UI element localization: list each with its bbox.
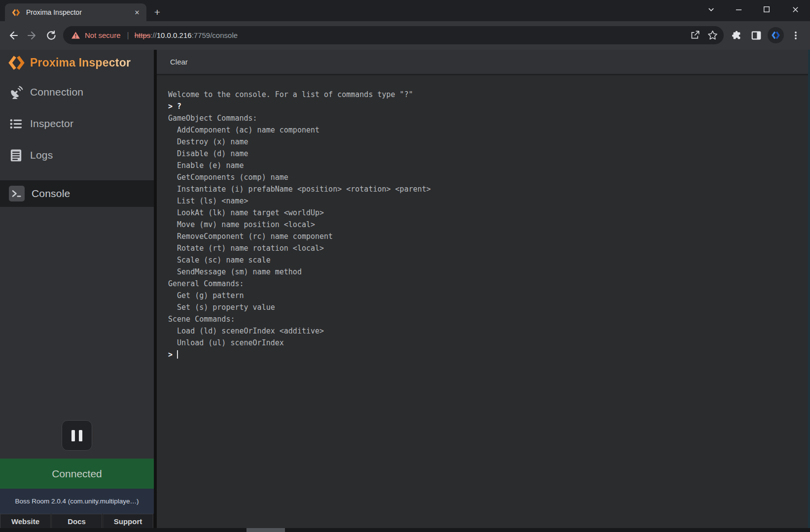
sidebar-item-label: Console xyxy=(32,188,70,200)
project-info-bar: Boss Room 2.0.4 (com.unity.multiplaye…) xyxy=(0,489,154,514)
console-output-line: Unload (ul) sceneOrIndex xyxy=(168,337,801,349)
app-logo: Proxima Inspector xyxy=(8,54,131,71)
console-output-line: Move (mv) name position <local> xyxy=(168,219,801,231)
sidebar: Proxima Inspector Connection xyxy=(0,50,154,532)
not-secure-label: Not secure xyxy=(85,31,121,39)
profile-avatar[interactable] xyxy=(768,27,784,43)
url-host: 10.0.0.216 xyxy=(157,31,192,39)
address-bar[interactable]: Not secure | https://10.0.0.216:7759/con… xyxy=(63,26,724,44)
horizontal-scrollbar-thumb[interactable] xyxy=(247,528,285,532)
sidebar-item-label: Logs xyxy=(30,149,53,161)
sidebar-item-label: Connection xyxy=(30,86,83,98)
console-output-line: List (ls) <name> xyxy=(168,195,801,207)
extensions-puzzle-icon[interactable] xyxy=(729,28,744,43)
not-secure-warning-icon xyxy=(71,31,80,39)
console-output-line: Disable (d) name xyxy=(168,148,801,160)
console-toolbar: Clear xyxy=(157,50,810,75)
tab-strip: Proxima Inspector ✕ + xyxy=(0,0,810,21)
console-output-line: Rotate (rt) name rotation <local> xyxy=(168,242,801,254)
sidebar-item-console[interactable]: Console xyxy=(0,180,154,207)
console-cursor xyxy=(177,350,178,359)
url-separator: | xyxy=(127,31,129,40)
console-output-line: AddComponent (ac) name component xyxy=(168,124,801,136)
new-tab-button[interactable]: + xyxy=(151,6,164,19)
console-panel: Clear Welcome to the console. For a list… xyxy=(157,50,810,532)
favicon-proxima-icon xyxy=(12,8,20,17)
sidebar-item-label: Inspector xyxy=(30,118,73,130)
proxima-logo-icon xyxy=(8,54,25,71)
terminal-icon xyxy=(8,185,25,202)
console-output-line: Instantiate (i) prefabName <position> <r… xyxy=(168,183,801,195)
horizontal-scrollbar[interactable] xyxy=(0,528,810,532)
window-close-button[interactable] xyxy=(787,1,803,17)
bookmark-star-icon[interactable] xyxy=(707,30,718,41)
sidebar-item-inspector[interactable]: Inspector xyxy=(0,112,154,135)
console-output-line: Enable (e) name xyxy=(168,160,801,171)
back-button[interactable] xyxy=(5,27,22,44)
console-output-line: Destroy (x) name xyxy=(168,136,801,148)
console-output-line: RemoveComponent (rc) name component xyxy=(168,231,801,242)
console-output-line: Scale (sc) name scale xyxy=(168,254,801,266)
console-output-line: GetComponents (comp) name xyxy=(168,171,801,183)
app-title: Proxima Inspector xyxy=(30,56,131,69)
console-output-line: Get (g) pattern xyxy=(168,290,801,301)
console-output-line: General Commands: xyxy=(168,278,801,290)
browser-window: Proxima Inspector ✕ + xyxy=(0,0,810,532)
console-output-line: Load (ld) sceneOrIndex <additive> xyxy=(168,325,801,337)
console-output-line: Scene Commands: xyxy=(168,313,801,325)
console-output-line: Set (s) property value xyxy=(168,301,801,313)
console-output[interactable]: Welcome to the console. For a list of co… xyxy=(157,75,810,361)
url-text: https://10.0.0.216:7759/console xyxy=(135,31,238,39)
tab-search-chevron-icon[interactable] xyxy=(703,1,719,17)
page-content: Proxima Inspector Connection xyxy=(0,50,810,532)
console-output-line: Welcome to the console. For a list of co… xyxy=(168,89,801,100)
pause-button[interactable] xyxy=(62,420,92,451)
side-panel-icon[interactable] xyxy=(748,28,764,43)
tab-title: Proxima Inspector xyxy=(26,8,133,16)
window-minimize-button[interactable] xyxy=(731,1,746,17)
browser-toolbar: Not secure | https://10.0.0.216:7759/con… xyxy=(0,21,810,50)
list-icon xyxy=(8,116,24,132)
browser-menu-icon[interactable] xyxy=(788,28,803,43)
console-prompt-line: > xyxy=(168,349,801,361)
tab-close-icon[interactable]: ✕ xyxy=(133,8,141,17)
share-icon[interactable] xyxy=(689,30,701,41)
sidebar-item-connection[interactable]: Connection xyxy=(0,81,154,103)
window-maximize-button[interactable] xyxy=(759,1,775,17)
satellite-dish-icon xyxy=(8,85,24,100)
log-document-icon xyxy=(8,148,24,163)
browser-tab[interactable]: Proxima Inspector ✕ xyxy=(5,3,146,21)
url-path: :7759/console xyxy=(192,31,238,39)
connection-status-badge: Connected xyxy=(0,459,154,489)
forward-button[interactable] xyxy=(24,27,40,44)
console-prompt-line: > ? xyxy=(168,100,801,112)
sidebar-item-logs[interactable]: Logs xyxy=(0,144,154,166)
reload-button[interactable] xyxy=(43,27,60,44)
console-output-line: GameObject Commands: xyxy=(168,112,801,124)
url-slashes: :// xyxy=(150,31,157,39)
console-output-line: SendMessage (sm) name method xyxy=(168,266,801,278)
window-edge-strip xyxy=(808,50,810,532)
pause-icon xyxy=(71,430,75,441)
console-output-line: LookAt (lk) name target <worldUp> xyxy=(168,207,801,219)
clear-button[interactable]: Clear xyxy=(170,58,188,66)
url-scheme: https xyxy=(135,31,151,39)
